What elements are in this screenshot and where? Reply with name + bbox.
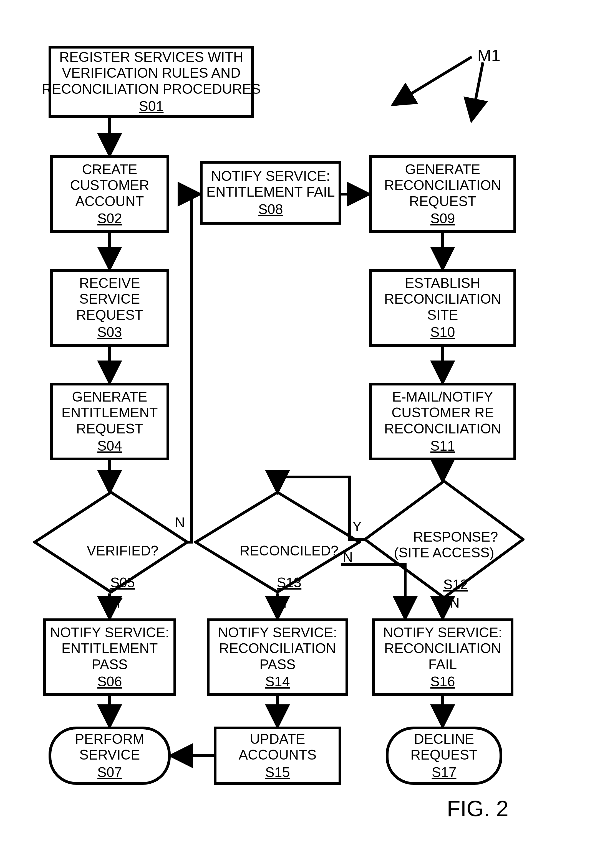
- decision-s12: RESPONSE? (SITE ACCESS) S12: [364, 480, 524, 599]
- s13-question: RECONCILED?: [240, 543, 339, 558]
- s15-step: S15: [265, 764, 290, 780]
- box-s03: RECEIVE SERVICE REQUEST S03: [50, 269, 169, 347]
- s09-step: S09: [431, 211, 455, 227]
- s13-n: N: [343, 549, 353, 565]
- s15-label: UPDATE ACCOUNTS: [239, 731, 317, 763]
- s09-label: GENERATE RECONCILIATION REQUEST: [384, 162, 501, 210]
- s16-label: NOTIFY SERVICE: RECONCILIATION FAIL: [383, 625, 502, 673]
- s04-step: S04: [98, 438, 122, 454]
- s05-y: Y: [114, 595, 123, 611]
- s08-label: NOTIFY SERVICE: ENTITLEMENT FAIL: [206, 168, 335, 200]
- box-s14: NOTIFY SERVICE: RECONCILIATION PASS S14: [207, 619, 348, 696]
- s13-step: S13: [277, 575, 301, 590]
- s12-y: Y: [352, 518, 362, 535]
- s05-question: VERIFIED?: [87, 543, 158, 558]
- s06-label: NOTIFY SERVICE: ENTITLEMENT PASS: [50, 625, 169, 673]
- s02-step: S02: [98, 211, 122, 227]
- s07-label: PERFORM SERVICE: [75, 731, 144, 763]
- box-s10: ESTABLISH RECONCILIATION SITE S10: [369, 269, 516, 347]
- box-s16: NOTIFY SERVICE: RECONCILIATION FAIL S16: [372, 619, 514, 696]
- s06-step: S06: [98, 674, 122, 690]
- s07-step: S07: [98, 764, 122, 780]
- s16-step: S16: [431, 674, 455, 690]
- s08-step: S08: [258, 201, 283, 217]
- flowchart: M1 REGISTER SERVICES WITH VERIFICATION R…: [0, 0, 595, 868]
- decision-s05: VERIFIED? S05: [33, 491, 189, 593]
- s10-step: S10: [431, 324, 455, 340]
- s13-y: Y: [280, 595, 289, 611]
- s02-label: CREATE CUSTOMER ACCOUNT: [70, 162, 149, 210]
- box-s15: UPDATE ACCOUNTS S15: [214, 726, 341, 785]
- s05-n: N: [175, 514, 185, 530]
- s01-step: S01: [139, 98, 164, 114]
- box-s04: GENERATE ENTITLEMENT REQUEST S04: [50, 383, 169, 461]
- pill-s17: DECLINE REQUEST S17: [386, 726, 502, 785]
- svg-line-4: [472, 62, 483, 119]
- s05-step: S05: [110, 575, 135, 590]
- s03-step: S03: [98, 324, 122, 340]
- s14-step: S14: [265, 674, 290, 690]
- pill-s07: PERFORM SERVICE S07: [49, 726, 171, 785]
- s11-step: S11: [431, 438, 455, 454]
- s01-label: REGISTER SERVICES WITH VERIFICATION RULE…: [42, 49, 260, 97]
- box-s11: E-MAIL/NOTIFY CUSTOMER RE RECONCILIATION…: [369, 383, 516, 461]
- box-s06: NOTIFY SERVICE: ENTITLEMENT PASS S06: [43, 619, 176, 696]
- s10-label: ESTABLISH RECONCILIATION SITE: [384, 275, 501, 323]
- svg-line-3: [394, 57, 472, 104]
- s03-label: RECEIVE SERVICE REQUEST: [76, 275, 143, 323]
- s12-step: S12: [443, 577, 468, 592]
- s04-label: GENERATE ENTITLEMENT REQUEST: [61, 389, 158, 437]
- s17-step: S17: [432, 764, 456, 780]
- box-s09: GENERATE RECONCILIATION REQUEST S09: [369, 155, 516, 233]
- s17-label: DECLINE REQUEST: [410, 731, 478, 763]
- marker-m1: M1: [477, 46, 500, 65]
- s11-label: E-MAIL/NOTIFY CUSTOMER RE RECONCILIATION: [384, 389, 501, 437]
- box-s08: NOTIFY SERVICE: ENTITLEMENT FAIL S08: [200, 161, 341, 224]
- s12-n: N: [450, 595, 460, 611]
- figure-label: FIG. 2: [447, 796, 508, 821]
- box-s02: CREATE CUSTOMER ACCOUNT S02: [50, 155, 169, 233]
- decision-s13: RECONCILED? S13: [194, 491, 361, 593]
- box-s01: REGISTER SERVICES WITH VERIFICATION RULE…: [49, 46, 254, 118]
- s14-label: NOTIFY SERVICE: RECONCILIATION PASS: [218, 625, 337, 673]
- s12-question: RESPONSE? (SITE ACCESS): [394, 529, 498, 561]
